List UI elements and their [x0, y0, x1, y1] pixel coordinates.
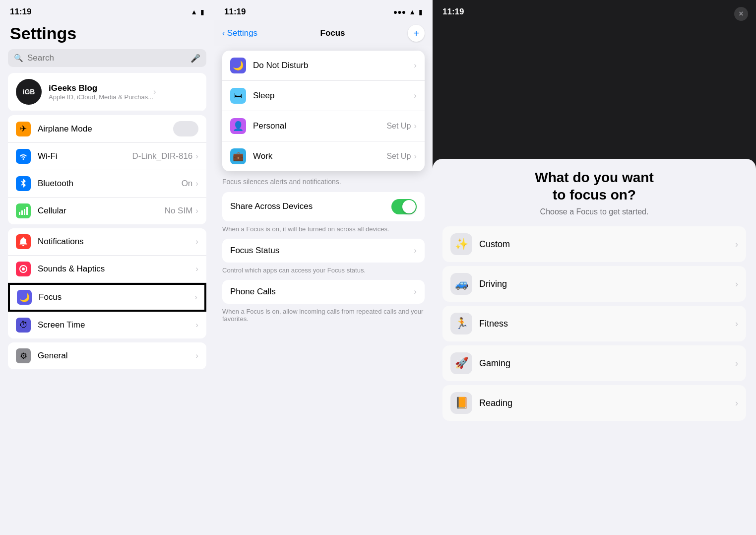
- reading-label: Reading: [479, 398, 735, 408]
- sounds-chevron: ›: [195, 264, 198, 274]
- cellular-chevron: ›: [195, 206, 198, 216]
- avatar-text: iGB: [23, 88, 35, 96]
- focus-status-card: Focus Status ›: [222, 239, 425, 263]
- reading-item[interactable]: 📙 Reading ›: [442, 385, 746, 421]
- fitness-item[interactable]: 🏃 Fitness ›: [442, 306, 746, 341]
- wifi-value: D-Link_DIR-816: [132, 151, 192, 161]
- work-chevron: ›: [414, 151, 417, 161]
- bluetooth-row[interactable]: Bluetooth On ›: [8, 170, 206, 198]
- search-input[interactable]: [27, 53, 187, 63]
- notifications-label: Notifications: [38, 237, 195, 247]
- custom-chevron: ›: [735, 239, 738, 250]
- sounds-row[interactable]: Sounds & Haptics ›: [8, 256, 206, 283]
- general-section: ⚙ General ›: [8, 342, 206, 369]
- gaming-chevron: ›: [735, 358, 738, 369]
- reading-icon: 📙: [450, 392, 472, 414]
- mic-icon: 🎤: [190, 54, 200, 63]
- dnd-icon: 🌙: [230, 58, 246, 73]
- profile-section: iGB iGeeks Blog Apple ID, iCloud, Media …: [8, 73, 206, 111]
- screen-time-row[interactable]: ⏱ Screen Time ›: [8, 312, 206, 338]
- profile-name: iGeeks Blog: [49, 83, 153, 93]
- wifi-icon-1: ▲: [190, 8, 197, 16]
- phone-calls-row[interactable]: Phone Calls ›: [222, 280, 425, 304]
- screen-time-icon: ⏱: [16, 318, 31, 333]
- work-row[interactable]: 💼 Work Set Up ›: [222, 141, 425, 171]
- cellular-icon: [16, 203, 31, 218]
- focus-chevron-main: ›: [194, 292, 197, 302]
- phone-calls-sub: When a Focus is on, allow incoming calls…: [214, 308, 433, 329]
- general-row[interactable]: ⚙ General ›: [8, 342, 206, 369]
- sleep-chevron: ›: [414, 91, 417, 101]
- svg-point-5: [22, 268, 25, 270]
- sleep-row[interactable]: 🛏 Sleep ›: [222, 81, 425, 111]
- focus-nav-bar: ‹ Settings Focus +: [214, 20, 433, 46]
- share-across-row[interactable]: Share Across Devices: [222, 192, 425, 221]
- airplane-mode-toggle[interactable]: [173, 121, 198, 136]
- custom-item[interactable]: ✨ Custom ›: [442, 226, 746, 262]
- focus-label-main: Focus: [39, 292, 194, 302]
- gaming-label: Gaming: [479, 358, 735, 369]
- driving-label: Driving: [479, 279, 735, 289]
- share-across-toggle[interactable]: [391, 199, 417, 214]
- notifications-icon: [16, 234, 31, 249]
- work-icon: 💼: [230, 148, 246, 164]
- wifi-chevron: ›: [195, 151, 198, 161]
- status-icons-1: ▲ ▮: [190, 8, 204, 16]
- battery-icon-2: ▮: [419, 8, 423, 16]
- focus-choice-title: What do you wantto focus on?: [442, 169, 746, 203]
- status-time-3: 11:19: [442, 7, 464, 17]
- cellular-row[interactable]: Cellular No SIM ›: [8, 198, 206, 224]
- phone-calls-card: Phone Calls ›: [222, 280, 425, 304]
- focus-row[interactable]: 🌙 Focus ›: [8, 283, 206, 312]
- do-not-disturb-row[interactable]: 🌙 Do Not Disturb ›: [222, 51, 425, 81]
- settings-title: Settings: [0, 20, 214, 49]
- notifications-chevron: ›: [195, 237, 198, 247]
- dnd-label: Do Not Disturb: [253, 61, 414, 70]
- svg-rect-2: [24, 209, 25, 215]
- work-label: Work: [253, 151, 386, 161]
- focus-choice-title-text: What do you wantto focus on?: [535, 170, 654, 202]
- general-chevron: ›: [195, 351, 198, 361]
- bluetooth-icon: [16, 176, 31, 191]
- focus-status-label: Focus Status: [230, 246, 414, 256]
- search-bar[interactable]: 🔍 🎤: [8, 49, 206, 67]
- profile-row[interactable]: iGB iGeeks Blog Apple ID, iCloud, Media …: [8, 73, 206, 111]
- status-time-1: 11:19: [10, 7, 31, 17]
- connectivity-section: ✈ Airplane Mode Wi-Fi D-Link_DIR-816 › B…: [8, 115, 206, 224]
- share-across-label: Share Across Devices: [230, 201, 391, 211]
- back-button[interactable]: ‹ Settings: [222, 28, 257, 38]
- back-label: Settings: [227, 28, 257, 38]
- sounds-label: Sounds & Haptics: [38, 264, 195, 274]
- status-bar-1: 11:19 ▲ ▮: [0, 0, 214, 20]
- focus-dropdown-card: 🌙 Do Not Disturb › 🛏 Sleep › 👤 Personal …: [222, 51, 425, 171]
- cellular-value: No SIM: [165, 206, 193, 216]
- svg-rect-3: [26, 207, 28, 215]
- notifications-row[interactable]: Notifications ›: [8, 228, 206, 256]
- add-focus-button[interactable]: +: [408, 25, 425, 42]
- personal-row[interactable]: 👤 Personal Set Up ›: [222, 111, 425, 141]
- battery-icon-1: ▮: [200, 8, 204, 16]
- driving-item[interactable]: 🚙 Driving ›: [442, 266, 746, 302]
- wifi-row[interactable]: Wi-Fi D-Link_DIR-816 ›: [8, 143, 206, 170]
- personal-chevron: ›: [414, 121, 417, 131]
- personal-label: Personal: [253, 121, 386, 131]
- back-chevron-icon: ‹: [222, 28, 225, 38]
- focus-choice-subtitle: Choose a Focus to get started.: [442, 207, 746, 216]
- general-icon: ⚙: [16, 348, 31, 363]
- share-across-sub: When a Focus is on, it will be turned on…: [214, 225, 433, 239]
- driving-chevron: ›: [735, 279, 738, 289]
- bluetooth-label: Bluetooth: [38, 179, 182, 189]
- focus-status-row[interactable]: Focus Status ›: [222, 239, 425, 263]
- bluetooth-chevron: ›: [195, 179, 198, 189]
- avatar: iGB: [16, 79, 42, 105]
- panel3-dark-top: 11:19 ▲ ▮ ×: [433, 0, 756, 169]
- gaming-item[interactable]: 🚀 Gaming ›: [442, 345, 746, 381]
- wifi-label: Wi-Fi: [38, 151, 132, 161]
- status-icons-2: ●●● ▲ ▮: [393, 8, 423, 16]
- reading-chevron: ›: [735, 398, 738, 408]
- close-button[interactable]: ×: [734, 7, 748, 21]
- airplane-mode-row[interactable]: ✈ Airplane Mode: [8, 115, 206, 143]
- general-label: General: [38, 351, 195, 361]
- airplane-mode-icon: ✈: [16, 122, 31, 136]
- gaming-icon: 🚀: [450, 352, 472, 374]
